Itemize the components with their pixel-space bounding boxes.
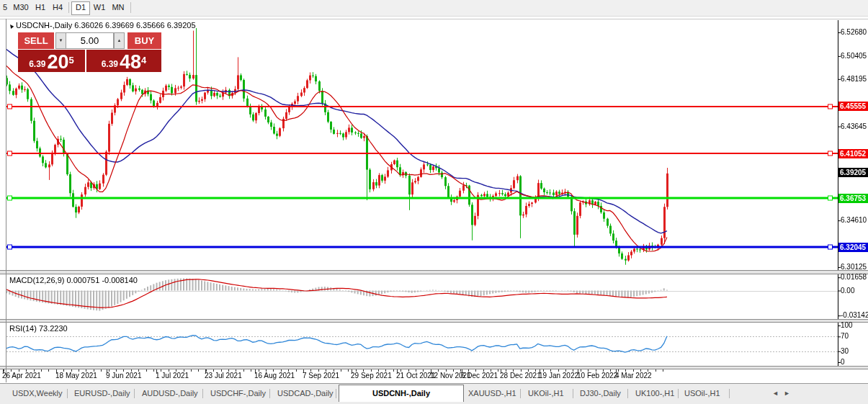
tab-usdcad-daily[interactable]: USDCAD-,Daily xyxy=(277,386,334,401)
date-label: 28 Dec 2021 xyxy=(500,372,541,380)
tab-separator xyxy=(520,389,521,398)
tab-usdchf-daily[interactable]: USDCHF-,Daily xyxy=(210,386,266,401)
timeframe-button-w1[interactable]: W1 xyxy=(91,1,108,14)
chevron-up-icon: ▲ xyxy=(117,38,122,42)
pane-separator-rsi-dates xyxy=(0,366,868,369)
volume-input[interactable]: 5.00 xyxy=(66,32,114,49)
macd-tick-label: 0.01658 xyxy=(841,274,867,281)
timeframe-button-m30[interactable]: M30 xyxy=(11,1,31,14)
tab-separator xyxy=(573,389,573,398)
macd-tick-label: -0.03142 xyxy=(841,312,868,319)
price-tick-label: 6.34610 xyxy=(841,217,867,224)
sell-button[interactable]: SELL xyxy=(18,32,54,49)
sell-price-big: 20 xyxy=(48,53,69,71)
tab-separator xyxy=(202,389,203,398)
rsi-tick-label: 30 xyxy=(841,348,849,355)
sell-price-panel[interactable]: 6.39 20 5 xyxy=(18,50,85,72)
tab-separator xyxy=(678,389,679,398)
macd-pane-label: MACD(12,26,9) 0.000751 -0.008140 xyxy=(9,276,138,284)
tab-xauusd-h1[interactable]: XAUUSD-,H1 xyxy=(468,386,516,401)
chart-window-left-border xyxy=(6,19,6,382)
toolbar-separator xyxy=(68,2,69,13)
tab-dj30-daily[interactable]: DJ30-,Daily xyxy=(580,386,621,401)
date-label: 6 Dec 2021 xyxy=(461,372,498,380)
one-click-trade-panel: SELL ▼ 5.00 ▲ BUY 6.39 20 5 6.39 48 4 xyxy=(18,32,161,72)
volume-increase-button[interactable]: ▲ xyxy=(114,32,125,49)
tab-audusd-daily[interactable]: AUDUSD-,Daily xyxy=(142,386,198,401)
tab-eurusd-daily[interactable]: EURUSD-,Daily xyxy=(74,386,130,401)
price-tick-label: 6.48195 xyxy=(841,76,867,83)
rsi-pane-label: RSI(14) 73.2230 xyxy=(9,324,68,333)
timeframe-button-5[interactable]: 5 xyxy=(1,1,9,14)
date-label: 26 Apr 2021 xyxy=(2,372,41,380)
toolbar-separator xyxy=(130,2,131,13)
sell-price-small: 6.39 xyxy=(29,58,45,71)
price-line-label: 6.45555 xyxy=(838,102,868,111)
timeframe-button-h4[interactable]: H4 xyxy=(50,1,66,14)
timeframe-button-mn[interactable]: MN xyxy=(109,1,127,14)
date-label: 7 Sep 2021 xyxy=(303,372,339,380)
price-line-label: 6.32045 xyxy=(838,243,868,252)
rsi-tick-label: 0 xyxy=(841,359,845,366)
tab-ukoil-h1[interactable]: UKOil-,H1 xyxy=(528,386,564,401)
chart-title: USDCNH-,Daily 6.36026 6.39669 6.35666 6.… xyxy=(16,21,196,30)
price-tick-label: 6.50405 xyxy=(841,53,867,60)
price-line-label: 6.39205 xyxy=(838,168,868,177)
tab-separator xyxy=(336,389,336,398)
tab-usoil-h1[interactable]: USOil-,H1 xyxy=(684,386,720,401)
tab-uk100-h1[interactable]: UK100-,H1 xyxy=(635,386,674,401)
timeframe-button-h1[interactable]: H1 xyxy=(32,1,48,14)
macd-tick-label: 0.00 xyxy=(841,287,854,295)
date-label: 18 May 2021 xyxy=(55,372,97,380)
tabs-scroll-left-icon[interactable]: ◄ xyxy=(772,389,779,398)
date-label: 4 Mar 2022 xyxy=(615,372,652,380)
buy-button[interactable]: BUY xyxy=(127,32,161,49)
rsi-tick-label: 100 xyxy=(841,322,853,329)
tab-usdx-weekly[interactable]: USDX,Weekly xyxy=(12,386,62,401)
tab-separator xyxy=(67,389,68,398)
tab-usdcnh-daily[interactable]: USDCNH-,Daily xyxy=(339,385,464,402)
chart-window-top-border xyxy=(0,19,868,19)
buy-price-big: 48 xyxy=(120,53,141,71)
date-label: 9 Jun 2021 xyxy=(106,372,142,380)
date-label: 16 Aug 2021 xyxy=(254,372,295,380)
buy-price-small: 6.39 xyxy=(102,58,118,71)
symbol-tab-bar: USDX,WeeklyEURUSD-,DailyAUDUSD-,DailyUSD… xyxy=(0,383,868,404)
date-label: 19 Jan 2022 xyxy=(539,372,578,380)
buy-price-panel[interactable]: 6.39 48 4 xyxy=(86,50,161,72)
pane-separator-macd-rsi[interactable] xyxy=(0,319,868,323)
chevron-down-icon: ▼ xyxy=(59,38,63,42)
volume-decrease-button[interactable]: ▼ xyxy=(55,32,66,49)
sell-price-sup: 5 xyxy=(69,50,74,71)
chart-title-ohlc: 6.36026 6.39669 6.35666 6.39205 xyxy=(74,21,195,30)
price-tick-label: 6.30125 xyxy=(841,264,867,271)
rsi-tick-label: 70 xyxy=(841,333,849,340)
timeframe-toolbar: 5M30H1H4D1W1MN xyxy=(0,0,868,17)
timeframe-button-d1[interactable]: D1 xyxy=(71,1,90,15)
tab-separator xyxy=(729,389,730,398)
chart-title-symbol: USDCNH-,Daily xyxy=(16,21,72,30)
date-label: 10 Feb 2022 xyxy=(577,372,617,380)
price-tick-label: 6.43645 xyxy=(841,123,867,130)
date-label: 29 Sep 2021 xyxy=(351,372,392,380)
tab-separator xyxy=(269,389,270,398)
date-label: 23 Jul 2021 xyxy=(205,372,242,380)
price-line-label: 6.41052 xyxy=(838,149,868,158)
date-label: 1 Jul 2021 xyxy=(156,372,189,380)
tab-separator xyxy=(627,389,628,398)
tab-separator xyxy=(134,389,135,398)
price-tick-label: 6.52680 xyxy=(841,29,867,36)
trading-platform-window: 5M30H1H4D1W1MN ▲ USDCNH-,Daily 6.36026 6… xyxy=(0,0,868,404)
pane-separator-price-macd[interactable] xyxy=(0,270,868,274)
tabs-scroll-right-icon[interactable]: ► xyxy=(784,389,790,398)
buy-price-sup: 4 xyxy=(141,50,146,71)
price-line-label: 6.36753 xyxy=(838,194,868,203)
